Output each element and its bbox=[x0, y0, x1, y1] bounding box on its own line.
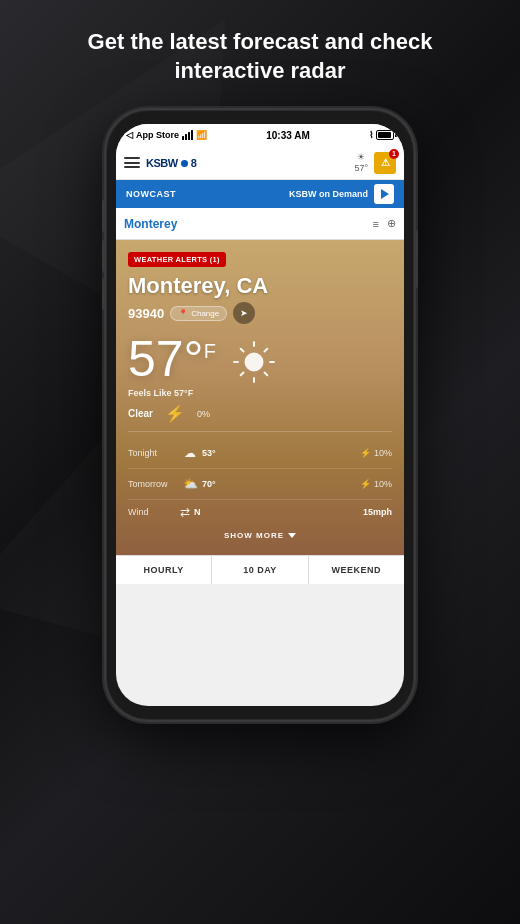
wind-label: Wind bbox=[128, 507, 180, 517]
sun-svg bbox=[232, 340, 276, 384]
compass-icon: ➤ bbox=[240, 308, 248, 318]
show-more-button[interactable]: SHOW MORE bbox=[128, 524, 392, 547]
sun-icon-main bbox=[232, 340, 276, 384]
back-arrow: ◁ bbox=[126, 130, 133, 140]
navigation-button[interactable]: ➤ bbox=[233, 302, 255, 324]
forecast-row-tonight: Tonight ☁ 53° ⚡ 10% bbox=[128, 438, 392, 469]
zip-row: 93940 📍 Change ➤ bbox=[128, 302, 392, 324]
zip-code: 93940 bbox=[128, 306, 164, 321]
battery-fill bbox=[378, 132, 391, 138]
phone-screen: ◁ App Store 📶 10:33 AM ⌇ bbox=[116, 124, 404, 706]
tonight-label: Tonight bbox=[128, 448, 180, 458]
battery-icon bbox=[376, 130, 394, 140]
nowcast-right: KSBW on Demand bbox=[289, 184, 394, 204]
tonight-precip-val: 10% bbox=[374, 448, 392, 458]
tonight-temp: 53° bbox=[202, 448, 230, 458]
carrier-label: App Store bbox=[136, 130, 179, 140]
tomorrow-icon: ⛅ bbox=[180, 474, 200, 494]
search-icons: ≡ ⊕ bbox=[373, 217, 396, 230]
forecast-row-tomorrow: Tomorrow ⛅ 70° ⚡ 10% bbox=[128, 469, 392, 500]
header-text: Get the latest forecast and check intera… bbox=[0, 28, 520, 85]
change-label: Change bbox=[191, 309, 219, 318]
weekend-button[interactable]: WEEKEND bbox=[309, 556, 404, 584]
hamburger-menu[interactable] bbox=[124, 157, 140, 168]
header-temp: 57° bbox=[354, 163, 368, 174]
search-bar[interactable]: Monterey ≡ ⊕ bbox=[116, 208, 404, 240]
bottom-buttons: HOURLY 10 DAY WEEKEND bbox=[116, 555, 404, 584]
location-pin-icon: 📍 bbox=[178, 309, 188, 318]
svg-line-5 bbox=[241, 349, 244, 352]
app-header-right: ☀ 57° ⚠ 1 bbox=[354, 152, 396, 174]
header-line2: interactive radar bbox=[174, 58, 345, 83]
alert-badge: 1 bbox=[389, 149, 399, 159]
tomorrow-precip-icon: ⚡ bbox=[360, 479, 371, 489]
tomorrow-precip-val: 10% bbox=[374, 479, 392, 489]
logo-text: KSBW bbox=[146, 157, 178, 169]
ten-day-button[interactable]: 10 DAY bbox=[212, 556, 308, 584]
tonight-icon: ☁ bbox=[180, 443, 200, 463]
status-bar: ◁ App Store 📶 10:33 AM ⌇ bbox=[116, 124, 404, 146]
show-more-label: SHOW MORE bbox=[224, 531, 284, 540]
chevron-down-icon bbox=[288, 533, 296, 538]
status-right: ⌇ bbox=[369, 130, 394, 140]
condition-text: Clear bbox=[128, 408, 153, 419]
wifi-icon: 📶 bbox=[196, 130, 207, 140]
app-header: KSBW 8 ☀ 57° ⚠ 1 bbox=[116, 146, 404, 180]
feels-like-label: Feels Like bbox=[128, 388, 172, 398]
ksbw-demand-label: KSBW on Demand bbox=[289, 189, 368, 199]
status-time: 10:33 AM bbox=[266, 130, 310, 141]
signal-icon bbox=[182, 130, 193, 140]
change-location-button[interactable]: 📍 Change bbox=[170, 306, 227, 321]
tonight-precip: ⚡ 10% bbox=[360, 448, 392, 458]
tomorrow-precip: ⚡ 10% bbox=[360, 479, 392, 489]
bluetooth-icon: ⌇ bbox=[369, 130, 373, 140]
svg-point-0 bbox=[245, 353, 263, 371]
main-temperature: 57°F bbox=[128, 334, 216, 384]
tonight-precip-icon: ⚡ bbox=[360, 448, 371, 458]
play-icon bbox=[381, 189, 389, 199]
app-logo: KSBW 8 bbox=[146, 157, 196, 169]
condition-row: Clear ⚡ 0% bbox=[128, 404, 392, 432]
crosshair-icon[interactable]: ⊕ bbox=[387, 217, 396, 230]
wind-row: Wind ⇄ N 15mph bbox=[128, 500, 392, 524]
header-line1: Get the latest forecast and check bbox=[88, 29, 433, 54]
status-left: ◁ App Store 📶 bbox=[126, 130, 207, 140]
logo-number: 8 bbox=[191, 157, 197, 169]
sun-small-icon: ☀ bbox=[354, 152, 368, 163]
main-temp-row: 57°F bbox=[128, 334, 392, 384]
weather-content: WEATHER ALERTS (1) Monterey, CA 93940 📍 … bbox=[116, 240, 404, 555]
current-temp-display: ☀ 57° bbox=[354, 152, 368, 174]
hourly-button[interactable]: HOURLY bbox=[116, 556, 212, 584]
list-icon[interactable]: ≡ bbox=[373, 218, 379, 230]
nowcast-bar: NOWCAST KSBW on Demand bbox=[116, 180, 404, 208]
tomorrow-temp: 70° bbox=[202, 479, 230, 489]
phone-frame: ◁ App Store 📶 10:33 AM ⌇ bbox=[106, 110, 414, 720]
temp-value: 57° bbox=[128, 331, 204, 387]
play-button[interactable] bbox=[374, 184, 394, 204]
wind-speed: 15mph bbox=[363, 507, 392, 517]
precip-pct: 0% bbox=[197, 409, 210, 419]
feels-like-row: Feels Like 57°F bbox=[128, 388, 392, 398]
precip-icon: ⚡ bbox=[165, 404, 185, 423]
svg-line-7 bbox=[264, 349, 267, 352]
logo-dot bbox=[181, 160, 188, 167]
temp-unit: F bbox=[204, 340, 216, 362]
svg-line-8 bbox=[241, 373, 244, 376]
tomorrow-label: Tomorrow bbox=[128, 479, 180, 489]
svg-line-6 bbox=[264, 373, 267, 376]
nowcast-label: NOWCAST bbox=[126, 189, 176, 199]
search-location-text: Monterey bbox=[124, 217, 367, 231]
alert-icon[interactable]: ⚠ 1 bbox=[374, 152, 396, 174]
app-header-left: KSBW 8 bbox=[124, 157, 196, 169]
feels-like-value: 57°F bbox=[174, 388, 193, 398]
wind-direction-icon: ⇄ bbox=[180, 505, 190, 519]
wind-direction: N bbox=[194, 507, 222, 517]
location-city: Monterey, CA bbox=[128, 273, 392, 299]
weather-alert-badge[interactable]: WEATHER ALERTS (1) bbox=[128, 252, 226, 267]
